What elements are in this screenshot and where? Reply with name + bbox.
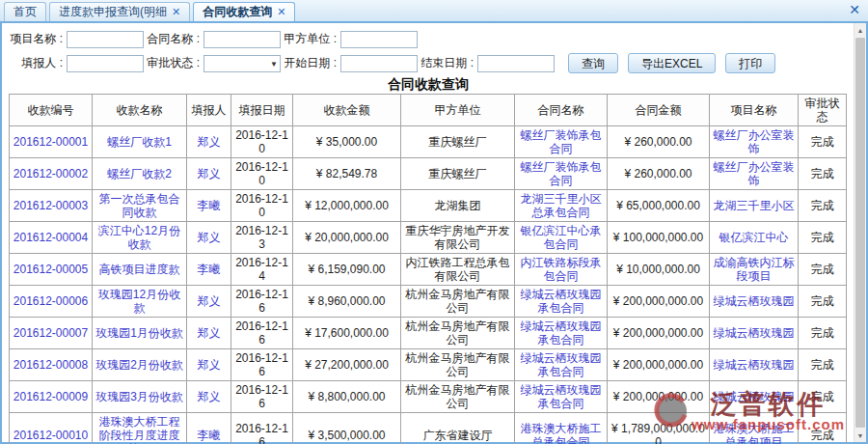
project-name-link[interactable]: 螺丝厂办公室装饰 — [710, 126, 799, 158]
receipt-name-link[interactable]: 港珠澳大桥工程阶段性月度进度款第一次 — [93, 413, 187, 444]
receipt-number-link[interactable]: 201612-00004 — [10, 222, 93, 254]
party-a-unit-cell: 杭州金马房地产有限公司 — [401, 318, 515, 349]
receipt-number-link[interactable]: 201612-00003 — [10, 190, 93, 222]
approval-status-cell: 完成 — [799, 158, 847, 190]
contract-name-input[interactable] — [203, 31, 281, 48]
start-date-filter: 开始日期 : — [281, 55, 418, 72]
receipt-name-link[interactable]: 玫瑰园2月份收款 — [93, 349, 187, 381]
tab-progress-payment-query[interactable]: 进度款申报查询(明细 ✕ — [49, 2, 190, 21]
contract-amount-cell: ¥ 100,000,000.00 — [608, 222, 710, 254]
project-name-link[interactable]: 龙湖三千里小区 — [710, 190, 799, 222]
vertical-scrollbar[interactable]: ▲ ▼ — [854, 23, 866, 442]
receipt-number-link[interactable]: 201612-00008 — [10, 349, 93, 381]
table-row: 201612-00004滨江中心12月份收款郑义2016-12-13¥ 20,0… — [10, 222, 847, 254]
approval-status-label: 审批状态 : — [144, 55, 200, 71]
contract-receipt-query-panel: 项目名称 : 合同名称 : 甲方单位 : 填报人 : 审批状态 : ▼ 开始日期… — [0, 21, 868, 444]
receipt-name-link[interactable]: 高铁项目进度款 — [93, 254, 187, 286]
reporter-link[interactable]: 李曦 — [187, 254, 231, 286]
approval-status-cell: 完成 — [799, 254, 847, 286]
contract-name-link[interactable]: 绿城云栖玫瑰园承包合同 — [515, 318, 608, 349]
contract-name-link[interactable]: 港珠澳大桥施工总承包合同 — [515, 413, 608, 444]
receipt-name-link[interactable]: 第一次总承包合同收款 — [93, 190, 187, 222]
contract-name-link[interactable]: 绿城云栖玫瑰园承包合同 — [515, 381, 608, 413]
receipt-name-link[interactable]: 螺丝厂收款2 — [93, 158, 187, 190]
close-tab-icon[interactable]: ✕ — [277, 7, 285, 17]
contract-name-link[interactable]: 螺丝厂装饰承包合同 — [515, 126, 608, 158]
receipt-name-link[interactable]: 螺丝厂收款1 — [93, 126, 187, 158]
scroll-down-icon[interactable]: ▼ — [854, 429, 866, 442]
reporter-link[interactable]: 郑义 — [187, 222, 231, 254]
reporter-input[interactable] — [67, 55, 144, 72]
receipt-number-link[interactable]: 201612-00001 — [10, 126, 93, 158]
receipt-amount-cell: ¥ 3,500,000.00 — [293, 413, 401, 444]
receipt-name-link[interactable]: 玫瑰园1月份收款 — [93, 318, 187, 349]
table-body: 201612-00001螺丝厂收款1郑义2016-12-10¥ 35,000.0… — [10, 126, 847, 444]
table-row: 201612-00006玫瑰园12月份收款郑义2016-12-16¥ 8,960… — [10, 286, 847, 318]
contract-name-link[interactable]: 银亿滨江中心承包合同 — [515, 222, 608, 254]
reporter-link[interactable]: 郑义 — [187, 381, 231, 413]
receipt-amount-cell: ¥ 20,000,000.00 — [293, 222, 401, 254]
contract-name-link[interactable]: 内江铁路标段承包合同 — [515, 254, 608, 286]
receipt-number-link[interactable]: 201612-00006 — [10, 286, 93, 318]
report-date-cell: 2016-12-16 — [231, 413, 293, 444]
end-date-input[interactable] — [477, 55, 555, 72]
col-header-receipt-amount: 收款金额 — [293, 95, 401, 126]
receipt-number-link[interactable]: 201612-00007 — [10, 318, 93, 349]
reporter-link[interactable]: 郑义 — [187, 318, 231, 349]
print-button[interactable]: 打印 — [725, 53, 775, 73]
contract-amount-cell: ¥ 200,000,000.00 — [608, 381, 710, 413]
start-date-input[interactable] — [340, 55, 418, 72]
reporter-link[interactable]: 李曦 — [187, 413, 231, 444]
receipt-amount-cell: ¥ 8,800,000.00 — [293, 381, 401, 413]
tab-home[interactable]: 首页 — [4, 2, 46, 21]
project-name-input[interactable] — [67, 31, 144, 48]
project-name-link[interactable]: 绿城云栖玫瑰园 — [710, 286, 799, 318]
contract-name-link[interactable]: 螺丝厂装饰承包合同 — [515, 158, 608, 190]
contract-amount-cell: ¥ 65,000,000.00 — [608, 190, 710, 222]
receipt-amount-cell: ¥ 17,600,000.00 — [293, 318, 401, 349]
contract-name-link[interactable]: 绿城云栖玫瑰园承包合同 — [515, 349, 608, 381]
party-a-input[interactable] — [340, 31, 418, 48]
receipt-number-link[interactable]: 201612-00009 — [10, 381, 93, 413]
table-row: 201612-00003第一次总承包合同收款李曦2016-12-10¥ 12,0… — [10, 190, 847, 222]
receipt-number-link[interactable]: 201612-00002 — [10, 158, 93, 190]
project-name-link[interactable]: 螺丝厂办公室装饰 — [710, 158, 799, 190]
contract-name-link[interactable]: 龙湖三千里小区总承包合同 — [515, 190, 608, 222]
close-icon[interactable]: ✕ — [849, 3, 860, 16]
receipt-name-link[interactable]: 滨江中心12月份收款 — [93, 222, 187, 254]
project-name-link[interactable]: 成渝高铁内江标段项目 — [710, 254, 799, 286]
reporter-link[interactable]: 李曦 — [187, 190, 231, 222]
receipt-name-link[interactable]: 玫瑰园3月份收款 — [93, 381, 187, 413]
report-date-cell: 2016-12-10 — [231, 126, 293, 158]
receipt-amount-cell: ¥ 6,159,090.00 — [293, 254, 401, 286]
scroll-up-icon[interactable]: ▲ — [854, 23, 866, 37]
col-header-approval-status: 审批状态 — [799, 95, 847, 126]
export-excel-button[interactable]: 导出EXCEL — [628, 53, 716, 73]
party-a-unit-cell: 杭州金马房地产有限公司 — [401, 381, 515, 413]
scrollbar-thumb[interactable] — [855, 38, 865, 428]
query-button[interactable]: 查询 — [568, 53, 618, 73]
party-a-label: 甲方单位 : — [281, 31, 337, 47]
col-header-contract-name: 合同名称 — [515, 95, 608, 126]
approval-status-cell: 完成 — [799, 286, 847, 318]
project-name-link[interactable]: 银亿滨江中心 — [710, 222, 799, 254]
project-name-filter: 项目名称 : — [7, 31, 144, 48]
reporter-link[interactable]: 郑义 — [187, 349, 231, 381]
receipt-amount-cell: ¥ 82,549.78 — [293, 158, 401, 190]
project-name-link[interactable]: 绿城云栖玫瑰园 — [710, 318, 799, 349]
close-tab-icon[interactable]: ✕ — [172, 7, 180, 17]
approval-status-cell: 完成 — [799, 413, 847, 444]
receipt-name-link[interactable]: 玫瑰园12月份收款 — [93, 286, 187, 318]
report-date-cell: 2016-12-10 — [231, 158, 293, 190]
contract-name-link[interactable]: 绿城云栖玫瑰园承包合同 — [515, 286, 608, 318]
approval-status-select[interactable]: ▼ — [203, 55, 281, 72]
project-name-link[interactable]: 绿城云栖玫瑰园 — [710, 349, 799, 381]
receipt-number-link[interactable]: 201612-00005 — [10, 254, 93, 286]
project-name-link[interactable]: 绿城云栖玫瑰园 — [710, 381, 799, 413]
receipt-number-link[interactable]: 201612-00010 — [10, 413, 93, 444]
project-name-link[interactable]: 港珠澳大桥施工总承包项目 — [710, 413, 799, 444]
reporter-link[interactable]: 郑义 — [187, 126, 231, 158]
reporter-link[interactable]: 郑义 — [187, 286, 231, 318]
reporter-link[interactable]: 郑义 — [187, 158, 231, 190]
tab-contract-receipt-query[interactable]: 合同收款查询 ✕ — [193, 2, 295, 21]
